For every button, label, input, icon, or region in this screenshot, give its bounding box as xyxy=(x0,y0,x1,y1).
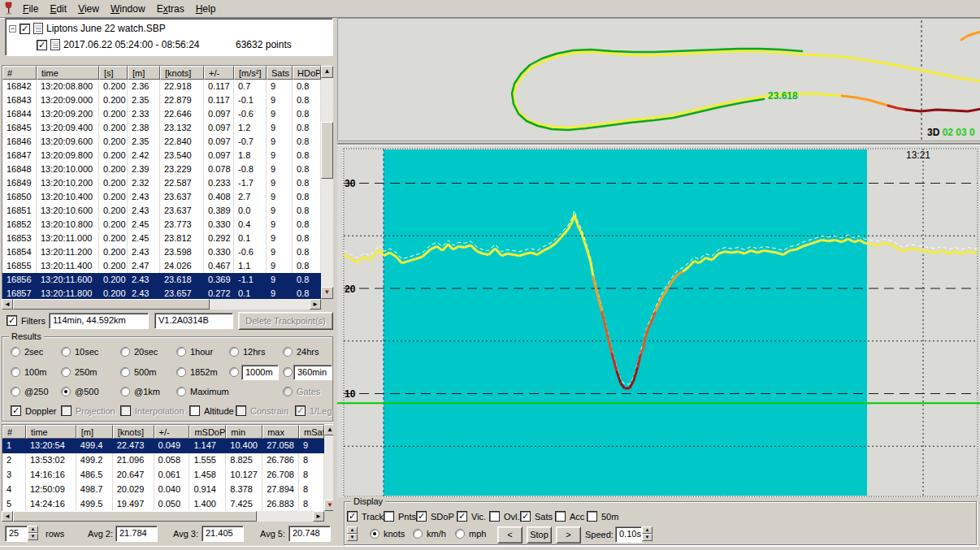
custom-distance-input[interactable]: 1000m xyxy=(241,365,279,380)
radio-250m[interactable]: 250m xyxy=(61,367,98,377)
filters-summary-field[interactable]: 114min, 44.592km xyxy=(49,313,149,329)
track-table-hscroll-thumb[interactable] xyxy=(13,299,210,310)
column-header[interactable]: max xyxy=(262,425,299,439)
checkbox-icon[interactable] xyxy=(587,511,597,522)
radio-icon[interactable] xyxy=(120,367,130,377)
column-header[interactable]: mSDoP xyxy=(189,425,226,439)
checkbox-icon[interactable] xyxy=(489,511,500,522)
checkbox-icon[interactable]: ✓ xyxy=(295,405,306,416)
radio-icon[interactable] xyxy=(61,367,71,377)
results-table[interactable]: #time[m][knots]+/-mSDoPminmaxmSats113:20… xyxy=(2,424,324,511)
table-row[interactable]: 1684513:20:09.4000.2002.3823.1320.0971.2… xyxy=(2,121,321,135)
table-row[interactable]: 1685113:20:10.6000.2002.4323.6370.3890.0… xyxy=(2,204,321,218)
radio-Maximum[interactable]: Maximum xyxy=(176,387,229,396)
table-row[interactable]: 412:50:09498.720.0290.0400.9148.37827.89… xyxy=(2,483,324,497)
radio-at250[interactable]: @250 xyxy=(11,387,49,396)
column-header[interactable]: time xyxy=(26,425,76,439)
radio-icon[interactable] xyxy=(11,347,20,357)
table-row[interactable]: 1685213:20:10.8000.2002.4523.7730.3300.4… xyxy=(2,218,321,232)
checkbox-interpolation[interactable]: Interpolation xyxy=(120,405,184,416)
display-checkbox-pnts[interactable]: Pnts xyxy=(384,511,416,522)
radio-1852m[interactable]: 1852m xyxy=(176,367,218,377)
radio-icon[interactable] xyxy=(370,529,379,539)
chart-zoom-spinner[interactable]: ▲▼ xyxy=(347,526,358,543)
radio-unit-knots[interactable]: knots xyxy=(370,529,405,539)
checkbox-icon[interactable]: ✓ xyxy=(416,511,427,522)
tree-collapse-icon[interactable]: − xyxy=(9,25,16,32)
radio-12hrs[interactable]: 12hrs xyxy=(229,347,266,357)
track-table-scroll-right[interactable]: ► xyxy=(310,299,321,310)
step-forward-button[interactable]: > xyxy=(556,526,581,544)
track-table-scroll-up[interactable]: ▲ xyxy=(321,66,333,78)
checkbox-icon[interactable]: ✓ xyxy=(520,511,531,522)
table-row[interactable]: 213:53:02499.221.0960.0581.5558.82526.78… xyxy=(2,453,324,468)
track-table-vscroll-thumb[interactable] xyxy=(321,122,333,179)
replay-speed-field[interactable]: 0.10s xyxy=(615,526,642,543)
table-row[interactable]: 1685613:20:11.6000.2002.4323.6180.369-1.… xyxy=(2,273,321,287)
table-row[interactable]: 1684813:20:10.0000.2002.3923.2290.078-0.… xyxy=(2,162,321,176)
menu-edit[interactable]: Edit xyxy=(44,0,72,18)
filters-checkbox[interactable]: ✓ xyxy=(7,315,17,326)
table-row[interactable]: 1685413:20:11.2000.2002.4323.5980.330-0.… xyxy=(2,245,321,259)
radio-10sec[interactable]: 10sec xyxy=(61,347,98,357)
tree-root-row[interactable]: − ✓ Liptons June 22 watch.SBP xyxy=(9,22,166,35)
checkbox-icon[interactable] xyxy=(384,511,394,522)
version-field[interactable]: V1.2A0314B xyxy=(154,313,233,329)
replay-speed-spinner[interactable]: ▲▼ xyxy=(642,526,653,543)
table-row[interactable]: 113:20:54499.422.4730.0491.14710.40027.0… xyxy=(2,439,324,453)
checkbox-icon[interactable] xyxy=(61,405,72,416)
table-row[interactable]: 1684913:20:10.2000.2002.3222.5870.233-1.… xyxy=(2,176,321,190)
column-header[interactable]: HDoP xyxy=(293,66,321,80)
radio-icon[interactable] xyxy=(11,387,20,396)
checkbox-1leg[interactable]: ✓1/Leg xyxy=(295,405,332,416)
radio-Gates[interactable]: Gates xyxy=(283,387,320,396)
column-header[interactable]: +/- xyxy=(154,425,190,439)
radio-icon[interactable] xyxy=(120,347,130,357)
column-header[interactable]: # xyxy=(2,425,26,439)
table-row[interactable]: 1684313:20:09.0000.2002.3522.8790.117-0.… xyxy=(2,93,321,107)
column-header[interactable]: mSats xyxy=(299,425,324,439)
display-checkbox-track[interactable]: ✓Track: xyxy=(347,511,386,522)
track-map-pane[interactable]: 23.618 3D 02 03 0 xyxy=(337,18,980,141)
radio-at500[interactable]: @500 xyxy=(61,387,99,396)
checkbox-constrain[interactable]: Constrain xyxy=(236,405,288,416)
delete-trackpoints-button[interactable]: Delete Trackpoint(s) xyxy=(238,312,333,330)
checkbox-altitude[interactable]: Altitude xyxy=(189,405,234,416)
display-checkbox-sats[interactable]: ✓Sats xyxy=(520,511,553,522)
radio-1hour[interactable]: 1hour xyxy=(176,347,213,357)
checkbox-icon[interactable]: ✓ xyxy=(347,511,358,522)
display-checkbox-50m[interactable]: 50m xyxy=(587,511,618,522)
menu-file[interactable]: File xyxy=(17,0,44,18)
radio-icon[interactable] xyxy=(455,529,465,539)
radio-icon[interactable] xyxy=(61,387,71,396)
checkbox-projection[interactable]: Projection xyxy=(61,405,115,416)
track-table-scroll-down[interactable]: ▼ xyxy=(321,287,333,299)
radio-icon[interactable] xyxy=(229,347,239,357)
table-row[interactable]: 1684413:20:09.2000.2002.3322.6460.097-0.… xyxy=(2,107,321,121)
column-header[interactable]: [s] xyxy=(99,66,128,80)
track-table-scroll-left[interactable]: ◄ xyxy=(2,299,13,310)
results-table-hscroll-thumb[interactable] xyxy=(13,511,257,522)
column-header[interactable]: [knots] xyxy=(113,425,154,439)
checkbox-icon[interactable] xyxy=(120,405,131,416)
tree-session-row[interactable]: ✓ 2017.06.22 05:24:00 - 08:56:24 63632 p… xyxy=(37,38,199,51)
rows-count-field[interactable]: 25 xyxy=(5,526,28,542)
radio-500m[interactable]: 500m xyxy=(120,367,157,377)
display-checkbox-acc[interactable]: Acc xyxy=(555,511,584,522)
column-header[interactable]: [knots] xyxy=(160,66,204,80)
display-checkbox-sdop[interactable]: ✓SDoP xyxy=(416,511,454,522)
display-checkbox-ovl[interactable]: Ovl. xyxy=(489,511,520,522)
menu-view[interactable]: View xyxy=(72,0,105,18)
rows-count-spinner[interactable]: ▲▼ xyxy=(28,526,38,542)
checkbox-icon[interactable] xyxy=(189,405,200,416)
results-table-scroll-right[interactable]: ► xyxy=(313,511,324,522)
table-row[interactable]: 1684613:20:09.6000.2002.3522.8400.097-0.… xyxy=(2,135,321,149)
checkbox-icon[interactable]: ✓ xyxy=(457,511,467,522)
radio-icon[interactable] xyxy=(229,367,239,377)
column-header[interactable]: [m] xyxy=(128,66,160,80)
radio-icon[interactable] xyxy=(176,387,186,396)
results-table-scroll-left[interactable]: ◄ xyxy=(2,511,13,522)
radio-icon[interactable] xyxy=(11,367,20,377)
table-row[interactable]: 1685013:20:10.4000.2002.4323.6370.4082.7… xyxy=(2,190,321,204)
table-row[interactable]: 514:24:16499.519.4970.0501.4007.42526.88… xyxy=(2,497,324,511)
